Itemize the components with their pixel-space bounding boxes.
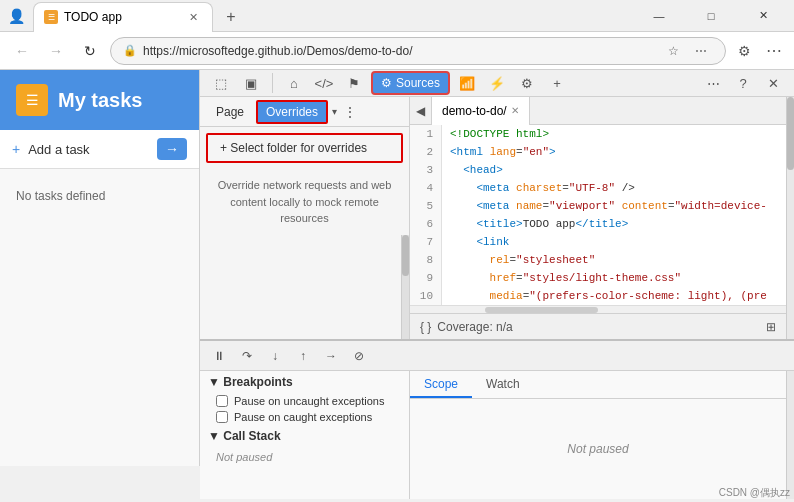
devtools-content: Page Overrides ▾ ⋮ + Select folder for o…: [200, 97, 794, 499]
select-folder-button[interactable]: + Select folder for overrides: [206, 133, 403, 163]
url-text: https://microsoftedge.github.io/Demos/de…: [143, 44, 655, 58]
sources-tab-button[interactable]: ⚙ Sources: [371, 71, 450, 95]
add-task-label: Add a task: [28, 142, 149, 157]
extensions-button[interactable]: ⚙: [732, 39, 756, 63]
sources-gear-icon: ⚙: [381, 76, 392, 90]
file-tab-left-arrow[interactable]: ◀: [410, 97, 432, 125]
elements-tab-button[interactable]: ⌂: [281, 70, 307, 96]
add-tool-button[interactable]: +: [544, 70, 570, 96]
sources-sidebar: Page Overrides ▾ ⋮ + Select folder for o…: [200, 97, 410, 339]
close-button[interactable]: ✕: [740, 0, 786, 32]
console-tab-button[interactable]: </>: [311, 70, 337, 96]
pause-caught-row: Pause on caught exceptions: [200, 409, 409, 425]
refresh-button[interactable]: ↻: [76, 37, 104, 65]
scope-tab[interactable]: Scope: [410, 371, 472, 398]
tab-title: TODO app: [64, 10, 179, 24]
coverage-screenshot-icon[interactable]: ⊞: [766, 320, 776, 334]
step-out-button[interactable]: ↑: [292, 345, 314, 367]
title-bar: 👤 ☰ TODO app ✕ + — □ ✕: [0, 0, 794, 32]
performance-button[interactable]: ⚡: [484, 70, 510, 96]
debugger-left-panel: ▼ Breakpoints Pause on uncaught exceptio…: [200, 371, 410, 499]
forward-button[interactable]: →: [42, 37, 70, 65]
more-addr-button[interactable]: ⋯: [689, 39, 713, 63]
pause-caught-label: Pause on caught exceptions: [234, 411, 372, 423]
add-task-bar[interactable]: + Add a task →: [0, 130, 199, 169]
back-button[interactable]: ←: [8, 37, 36, 65]
pause-uncaught-row: Pause on uncaught exceptions: [200, 393, 409, 409]
override-description: Override network requests and web conten…: [200, 169, 409, 235]
pause-uncaught-label: Pause on uncaught exceptions: [234, 395, 384, 407]
code-line: 10 media="(prefers-color-scheme: light),…: [410, 287, 786, 305]
sources-tabs: Page Overrides ▾ ⋮: [200, 97, 409, 127]
code-line: 1 <!DOCTYPE html>: [410, 125, 786, 143]
coverage-bracket-icon: { }: [420, 320, 431, 334]
file-tab[interactable]: demo-to-do/ ✕: [432, 97, 530, 125]
devtools-panel: ⬚ ▣ ⌂ </> ⚑ ⚙ Sources 📶 ⚡ ⚙ + ⋯ ? ✕: [200, 70, 794, 466]
maximize-button[interactable]: □: [688, 0, 734, 32]
settings-devtools-button[interactable]: ⚙: [514, 70, 540, 96]
star-button[interactable]: ☆: [661, 39, 685, 63]
url-bar[interactable]: 🔒 https://microsoftedge.github.io/Demos/…: [110, 37, 726, 65]
tab-close-button[interactable]: ✕: [185, 9, 202, 26]
app-icon: ☰: [16, 84, 48, 116]
main-area: ☰ My tasks + Add a task → No tasks defin…: [0, 70, 794, 466]
address-icons: ☆ ⋯: [661, 39, 713, 63]
debugger-panel: ⏸ ↷ ↓ ↑ → ⊘ ▼ Breakpoints Pause on uncau…: [200, 339, 794, 499]
code-line: 2 <html lang="en">: [410, 143, 786, 161]
step-over-button[interactable]: ↷: [236, 345, 258, 367]
breakpoints-section[interactable]: ▼ Breakpoints: [200, 371, 409, 393]
profile-icon: 👤: [8, 8, 25, 24]
code-area: 1 <!DOCTYPE html> 2 <html lang="en"> 3 <…: [410, 125, 786, 305]
devtools-close-button[interactable]: ✕: [760, 70, 786, 96]
code-line: 7 <link: [410, 233, 786, 251]
app-title: My tasks: [58, 89, 143, 112]
devtools-help-button[interactable]: ?: [730, 70, 756, 96]
wifi-button[interactable]: 📶: [454, 70, 480, 96]
devtools-more-button[interactable]: ⋯: [700, 70, 726, 96]
sources-scrollbar[interactable]: [786, 97, 794, 339]
overrides-tab[interactable]: Overrides: [256, 100, 328, 124]
debugger-right-panel: Scope Watch Not paused: [410, 371, 786, 499]
add-task-plus-icon: +: [12, 141, 20, 157]
file-tab-bar: ◀ demo-to-do/ ✕: [410, 97, 786, 125]
code-line: 9 href="styles/light-theme.css": [410, 269, 786, 287]
favicon-char: ☰: [48, 13, 55, 22]
device-emulation-button[interactable]: ▣: [238, 70, 264, 96]
step-button[interactable]: →: [320, 345, 342, 367]
tab-favicon: ☰: [44, 10, 58, 24]
devtools-toolbar: ⬚ ▣ ⌂ </> ⚑ ⚙ Sources 📶 ⚡ ⚙ + ⋯ ? ✕: [200, 70, 794, 97]
pause-uncaught-checkbox[interactable]: [216, 395, 228, 407]
page-tab[interactable]: Page: [208, 102, 252, 122]
code-line: 6 <title>TODO app</title>: [410, 215, 786, 233]
window-controls: — □ ✕: [636, 0, 786, 32]
code-line: 8 rel="stylesheet": [410, 251, 786, 269]
sources-label: Sources: [396, 76, 440, 90]
network-tab-button[interactable]: ⚑: [341, 70, 367, 96]
right-not-paused: Not paused: [567, 442, 628, 456]
toolbar-separator-1: [272, 73, 273, 93]
inspect-element-button[interactable]: ⬚: [208, 70, 234, 96]
browser-more-button[interactable]: ⋯: [762, 39, 786, 63]
minimize-button[interactable]: —: [636, 0, 682, 32]
browser-tab[interactable]: ☰ TODO app ✕: [33, 2, 213, 32]
code-line: 4 <meta charset="UTF-8" />: [410, 179, 786, 197]
sources-panel: Page Overrides ▾ ⋮ + Select folder for o…: [200, 97, 794, 339]
tab-dropdown-arrow[interactable]: ▾: [332, 106, 337, 117]
pause-caught-checkbox[interactable]: [216, 411, 228, 423]
sources-main: ◀ demo-to-do/ ✕ 1 <!DOCTYPE html> 2: [410, 97, 786, 339]
deactivate-breakpoints-button[interactable]: ⊘: [348, 345, 370, 367]
debugger-content: ▼ Breakpoints Pause on uncaught exceptio…: [200, 371, 794, 499]
step-into-button[interactable]: ↓: [264, 345, 286, 367]
app-panel: ☰ My tasks + Add a task → No tasks defin…: [0, 70, 200, 466]
file-tab-close[interactable]: ✕: [511, 105, 519, 116]
tab-more-button[interactable]: ⋮: [343, 104, 357, 120]
add-task-button[interactable]: →: [157, 138, 187, 160]
code-line: 3 <head>: [410, 161, 786, 179]
pause-button[interactable]: ⏸: [208, 345, 230, 367]
watch-tab[interactable]: Watch: [472, 371, 534, 398]
debugger-scrollbar[interactable]: [786, 371, 794, 499]
coverage-bar: { } Coverage: n/a ⊞: [410, 313, 786, 339]
call-stack-section[interactable]: ▼ Call Stack: [200, 425, 409, 447]
new-tab-button[interactable]: +: [219, 5, 243, 29]
app-header: ☰ My tasks: [0, 70, 199, 130]
